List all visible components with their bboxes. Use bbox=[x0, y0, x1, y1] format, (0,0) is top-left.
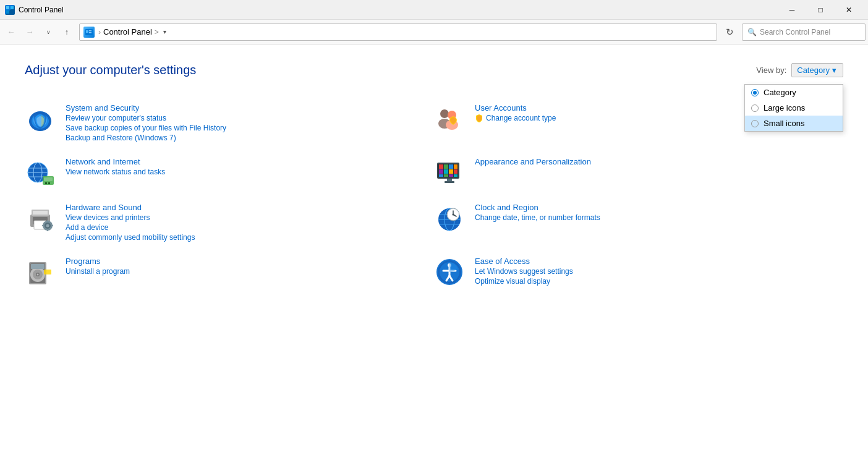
dropdown-button[interactable]: ∨ bbox=[40, 23, 57, 41]
system-security-text: System and Security Review your computer… bbox=[66, 103, 226, 142]
hardware-sound-link-2[interactable]: Add a device bbox=[66, 223, 195, 232]
page-title: Adjust your computer's settings bbox=[25, 63, 843, 77]
svg-rect-44 bbox=[33, 211, 48, 215]
window-controls: ─ □ ✕ bbox=[778, 0, 863, 20]
address-dropdown-btn[interactable]: ▾ bbox=[159, 23, 171, 41]
svg-rect-49 bbox=[47, 220, 48, 222]
svg-rect-38 bbox=[454, 174, 457, 177]
svg-rect-35 bbox=[439, 174, 443, 177]
forward-button[interactable]: → bbox=[21, 23, 38, 41]
view-by-chevron: ▾ bbox=[832, 66, 836, 75]
clock-region-link-1[interactable]: Change date, time, or number formats bbox=[475, 213, 600, 222]
view-by-current: Category bbox=[797, 66, 830, 75]
view-by-label: View by: bbox=[756, 66, 786, 75]
system-security-link-2[interactable]: Save backup copies of your files with Fi… bbox=[66, 124, 226, 132]
appearance-text: Appearance and Personalization bbox=[475, 157, 591, 166]
svg-rect-52 bbox=[51, 225, 53, 226]
ease-of-access-title[interactable]: Ease of Access bbox=[475, 257, 573, 266]
shield-badge-icon bbox=[475, 114, 483, 122]
dropdown-item-small-icons[interactable]: Small icons bbox=[745, 116, 843, 131]
svg-rect-36 bbox=[444, 174, 448, 177]
address-field[interactable]: › Control Panel > ▾ bbox=[79, 23, 717, 41]
svg-rect-70 bbox=[44, 270, 51, 274]
svg-point-11 bbox=[440, 109, 449, 118]
system-security-link-1[interactable]: Review your computer's status bbox=[66, 114, 226, 122]
user-accounts-title[interactable]: User Accounts bbox=[475, 103, 556, 113]
svg-rect-5 bbox=[86, 30, 88, 33]
search-icon: 🔍 bbox=[747, 28, 757, 36]
system-security-link-3[interactable]: Backup and Restore (Windows 7) bbox=[66, 134, 226, 142]
list-item: System and Security Review your computer… bbox=[25, 96, 434, 150]
svg-point-68 bbox=[37, 274, 39, 276]
svg-point-48 bbox=[46, 224, 49, 228]
programs-text: Programs Uninstall a program bbox=[66, 257, 130, 276]
dropdown-item-large-icons[interactable]: Large icons bbox=[745, 100, 843, 116]
network-internet-title[interactable]: Network and Internet bbox=[66, 157, 165, 166]
hardware-sound-text: Hardware and Sound View devices and prin… bbox=[66, 203, 195, 242]
svg-rect-33 bbox=[449, 169, 453, 174]
svg-rect-69 bbox=[31, 264, 45, 269]
list-item: Ease of Access Let Windows suggest setti… bbox=[434, 249, 843, 295]
close-button[interactable]: ✕ bbox=[835, 0, 863, 20]
svg-rect-34 bbox=[454, 169, 457, 174]
maximize-button[interactable]: □ bbox=[806, 0, 835, 20]
ease-of-access-link-2[interactable]: Optimize visual display bbox=[475, 277, 573, 286]
address-bar: ← → ∨ ↑ › Control Panel > ▾ ↻ 🔍 Search C… bbox=[0, 20, 868, 45]
list-item: Network and Internet View network status… bbox=[25, 150, 434, 195]
dropdown-item-category[interactable]: Category bbox=[745, 85, 843, 100]
search-box[interactable]: 🔍 Search Control Panel bbox=[742, 23, 866, 41]
svg-rect-22 bbox=[44, 177, 53, 181]
programs-icon bbox=[25, 257, 56, 287]
refresh-button[interactable]: ↻ bbox=[721, 23, 738, 41]
svg-rect-23 bbox=[45, 182, 47, 184]
radio-dot-inner bbox=[753, 91, 757, 95]
minimize-button[interactable]: ─ bbox=[778, 0, 806, 20]
list-item: Appearance and Personalization bbox=[434, 150, 843, 195]
appearance-title[interactable]: Appearance and Personalization bbox=[475, 157, 591, 166]
back-button[interactable]: ← bbox=[2, 23, 20, 41]
ease-of-access-link-1[interactable]: Let Windows suggest settings bbox=[475, 267, 573, 276]
svg-rect-29 bbox=[449, 164, 453, 169]
svg-rect-3 bbox=[11, 11, 14, 14]
svg-rect-31 bbox=[439, 169, 443, 174]
hardware-sound-title[interactable]: Hardware and Sound bbox=[66, 203, 195, 212]
up-button[interactable]: ↑ bbox=[58, 23, 75, 41]
list-item: Clock and Region Change date, time, or n… bbox=[434, 195, 843, 249]
address-icon bbox=[83, 27, 95, 38]
svg-rect-2 bbox=[6, 11, 9, 14]
dropdown-label-category: Category bbox=[764, 88, 796, 97]
svg-rect-6 bbox=[89, 30, 91, 32]
programs-title[interactable]: Programs bbox=[66, 257, 130, 266]
svg-rect-40 bbox=[445, 181, 454, 183]
svg-rect-39 bbox=[447, 179, 452, 181]
breadcrumb-text: Control Panel bbox=[103, 27, 152, 36]
dropdown-label-small-icons: Small icons bbox=[764, 119, 804, 128]
view-by-button[interactable]: Category ▾ bbox=[791, 63, 843, 77]
hardware-sound-link-1[interactable]: View devices and printers bbox=[66, 213, 195, 222]
svg-rect-51 bbox=[42, 225, 44, 226]
svg-rect-28 bbox=[444, 164, 448, 169]
ease-of-access-icon bbox=[434, 257, 465, 287]
svg-rect-37 bbox=[449, 174, 453, 177]
view-dropdown-menu: Category Large icons Small icons bbox=[744, 84, 843, 132]
user-accounts-link-1[interactable]: Change account type bbox=[486, 114, 556, 122]
svg-point-62 bbox=[453, 214, 454, 216]
ease-of-access-text: Ease of Access Let Windows suggest setti… bbox=[475, 257, 573, 286]
hardware-sound-link-3[interactable]: Adjust commonly used mobility settings bbox=[66, 233, 195, 242]
network-internet-link-1[interactable]: View network status and tasks bbox=[66, 168, 165, 176]
title-bar: Control Panel ─ □ ✕ bbox=[0, 0, 868, 20]
clock-region-title[interactable]: Clock and Region bbox=[475, 203, 600, 212]
svg-rect-0 bbox=[6, 6, 9, 9]
window-title: Control Panel bbox=[19, 6, 778, 14]
clock-region-text: Clock and Region Change date, time, or n… bbox=[475, 203, 600, 222]
network-internet-icon bbox=[25, 157, 56, 188]
svg-rect-30 bbox=[454, 164, 457, 169]
hardware-sound-icon bbox=[25, 203, 56, 234]
svg-rect-50 bbox=[47, 229, 48, 231]
system-security-title[interactable]: System and Security bbox=[66, 103, 226, 113]
radio-small-icons bbox=[751, 120, 759, 127]
programs-link-1[interactable]: Uninstall a program bbox=[66, 267, 130, 276]
svg-rect-7 bbox=[89, 32, 91, 33]
main-content: Adjust your computer's settings View by:… bbox=[0, 45, 868, 455]
svg-rect-27 bbox=[439, 164, 443, 169]
